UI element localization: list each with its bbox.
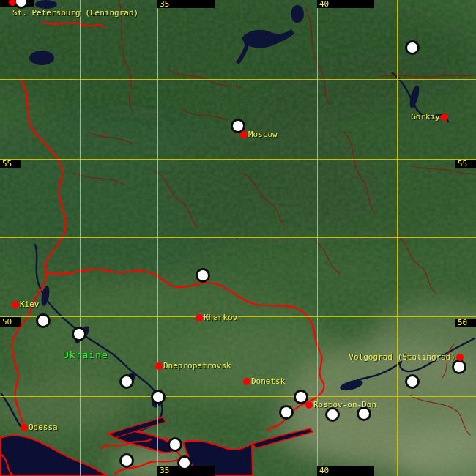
city-marker[interactable] [441,114,448,121]
city-label: Dnepropetrovsk [163,361,231,371]
city-label: Odessa [29,423,58,432]
city-marker[interactable] [21,424,28,431]
unit-marker[interactable] [279,405,294,420]
city-marker[interactable] [240,131,248,138]
unit-marker[interactable] [72,327,86,341]
city-marker[interactable] [12,301,19,308]
unit-marker[interactable] [119,453,134,468]
region-labels-layer: Ukraine [0,0,476,476]
unit-marker[interactable] [405,374,420,389]
city-label: Rostov-on-Don [313,400,376,409]
region-label: Ukraine [63,349,108,360]
unit-marker[interactable] [177,455,192,470]
city-marker[interactable] [196,314,203,321]
city-label: Kharkov [204,313,237,322]
unit-marker[interactable] [151,390,166,404]
unit-marker[interactable] [196,268,210,283]
unit-marker[interactable] [405,40,420,55]
unit-marker[interactable] [325,407,340,422]
satellite-map[interactable]: 3540354055505550 St. Petersburg (Leningr… [0,0,476,476]
city-label: Gorkiy [411,112,440,122]
city-label: Donetsk [251,376,285,386]
city-marker[interactable] [305,401,313,409]
city-marker[interactable] [155,362,163,370]
unit-marker[interactable] [119,374,134,389]
city-label: Volgograd (Stalingrad) [349,352,455,362]
city-label: Moscow [248,130,278,139]
unit-marker[interactable] [452,360,466,374]
unit-marker[interactable] [168,437,182,452]
unit-marker[interactable] [36,313,51,328]
city-marker[interactable] [456,354,464,361]
city-marker[interactable] [243,378,250,385]
city-label: Kiev [20,300,40,309]
city-label: St. Petersburg (Leningrad) [12,8,138,18]
